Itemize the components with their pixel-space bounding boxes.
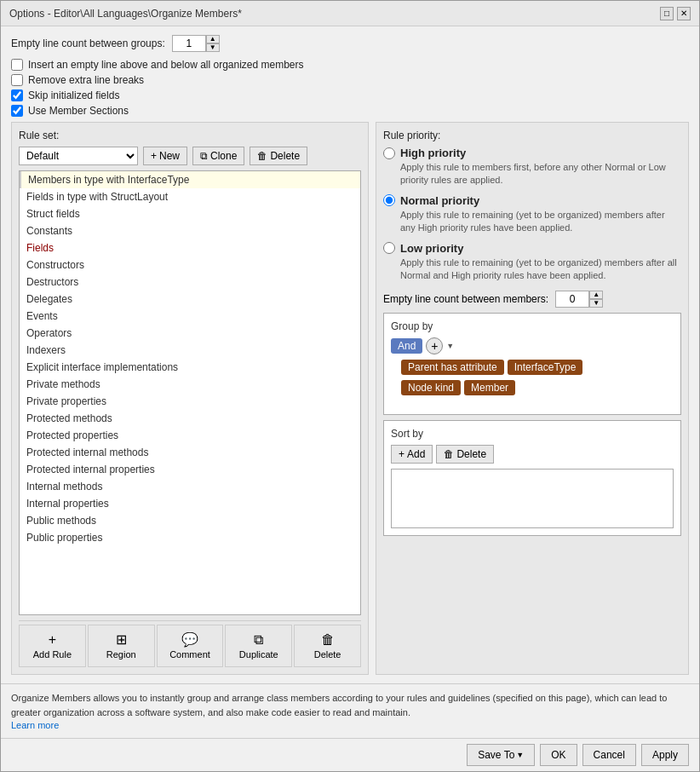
node-kind-tag[interactable]: Node kind <box>401 380 461 395</box>
list-item[interactable]: Public properties <box>20 529 360 546</box>
plus-icon: + <box>151 150 157 162</box>
members-count-row: Empty line count between members: ▲ ▼ <box>383 291 681 308</box>
skip-initialized-row: Skip initialized fields <box>11 89 689 101</box>
members-count-label: Empty line count between members: <box>383 293 548 305</box>
dropdown-arrow-icon[interactable]: ▼ <box>446 342 454 350</box>
high-priority-row: High priority <box>383 147 681 159</box>
list-item[interactable]: Destructors <box>20 274 360 291</box>
delete-button[interactable]: 🗑 Delete <box>250 147 307 165</box>
list-item[interactable]: Indexers <box>20 342 360 359</box>
ruleset-select[interactable]: Default <box>19 147 138 165</box>
sort-by-label: Sort by <box>391 428 674 440</box>
empty-line-input[interactable] <box>172 35 206 52</box>
bottom-toolbar: +Add Rule⊞Region💬Comment⧉Duplicate🗑Delet… <box>19 620 361 667</box>
action-bar: Save To ▼ OK Cancel Apply <box>1 738 699 771</box>
list-item[interactable]: Constructors <box>20 256 360 274</box>
member-tag[interactable]: Member <box>464 380 515 395</box>
duplicate-bottom-button[interactable]: ⧉Duplicate <box>225 625 292 667</box>
interface-type-tag[interactable]: InterfaceType <box>508 360 583 375</box>
apply-button[interactable]: Apply <box>641 744 689 766</box>
rule-priority-label: Rule priority: <box>383 130 681 141</box>
list-item[interactable]: Protected internal methods <box>20 444 360 461</box>
use-member-sections-row: Use Member Sections <box>11 105 689 117</box>
list-item[interactable]: Protected internal properties <box>20 461 360 478</box>
list-item[interactable]: Constants <box>20 222 360 239</box>
duplicate-label: Duplicate <box>239 649 278 660</box>
ok-button[interactable]: OK <box>540 744 577 766</box>
list-item[interactable]: Public methods <box>20 512 360 529</box>
use-member-sections-label: Use Member Sections <box>28 105 129 117</box>
region-bottom-button[interactable]: ⊞Region <box>88 625 155 667</box>
members-count-spinbox-buttons: ▲ ▼ <box>589 291 603 308</box>
comment-bottom-button[interactable]: 💬Comment <box>157 625 224 667</box>
members-spinbox-up[interactable]: ▲ <box>589 291 603 299</box>
delete-label: Delete <box>314 649 341 660</box>
use-member-sections-checkbox[interactable] <box>11 105 23 117</box>
normal-priority-option: Normal priority Apply this rule to remai… <box>383 194 681 235</box>
skip-initialized-checkbox[interactable] <box>11 89 23 101</box>
list-item[interactable]: Members in type with InterfaceType <box>20 171 360 188</box>
sort-delete-button[interactable]: 🗑 Delete <box>436 445 494 464</box>
low-priority-radio[interactable] <box>383 242 395 254</box>
and-tag[interactable]: And <box>391 338 422 354</box>
minimize-button[interactable]: □ <box>660 7 674 20</box>
high-priority-option: High priority Apply this rule to members… <box>383 147 681 187</box>
sort-toolbar: + Add 🗑 Delete <box>391 445 674 464</box>
low-priority-option: Low priority Apply this rule to remainin… <box>383 242 681 283</box>
members-count-input[interactable] <box>555 291 589 308</box>
duplicate-icon: ⧉ <box>254 633 263 647</box>
empty-line-count-label: Empty line count between groups: <box>11 37 165 49</box>
list-item[interactable]: Fields in type with StructLayout <box>20 188 360 205</box>
delete-bottom-button[interactable]: 🗑Delete <box>294 625 361 667</box>
normal-priority-row: Normal priority <box>383 194 681 207</box>
learn-more-link[interactable]: Learn more <box>11 720 59 730</box>
close-button[interactable]: ✕ <box>677 7 691 20</box>
normal-priority-label: Normal priority <box>400 194 479 207</box>
clone-button[interactable]: ⧉ Clone <box>192 147 244 165</box>
members-spinbox-down[interactable]: ▼ <box>589 299 603 308</box>
sort-delete-icon: 🗑 <box>444 448 454 460</box>
low-priority-row: Low priority <box>383 242 681 255</box>
ruleset-label: Rule set: <box>19 130 361 141</box>
normal-priority-radio[interactable] <box>383 194 395 206</box>
sort-add-button[interactable]: + Add <box>391 445 433 464</box>
remove-extra-label: Remove extra line breaks <box>28 74 144 86</box>
delete-label: Delete <box>270 150 300 162</box>
sort-delete-label: Delete <box>456 448 486 460</box>
insert-empty-line-row: Insert an empty line above and below all… <box>11 59 689 71</box>
list-item[interactable]: Delegates <box>20 291 360 308</box>
cancel-button[interactable]: Cancel <box>582 744 636 766</box>
new-button[interactable]: + New <box>143 147 187 165</box>
spinbox-down[interactable]: ▼ <box>206 43 220 52</box>
list-item[interactable]: Struct fields <box>20 205 360 222</box>
members-count-spinbox[interactable]: ▲ ▼ <box>555 291 603 308</box>
rule-list[interactable]: Members in type with InterfaceTypeFields… <box>19 170 361 615</box>
list-item[interactable]: Internal properties <box>20 495 360 512</box>
save-to-arrow-icon: ▼ <box>516 751 524 759</box>
list-item[interactable]: Events <box>20 308 360 325</box>
remove-extra-checkbox[interactable] <box>11 74 23 86</box>
spinbox-up[interactable]: ▲ <box>206 35 220 43</box>
empty-line-spinbox[interactable]: ▲ ▼ <box>172 35 220 52</box>
list-item[interactable]: Private properties <box>20 393 360 410</box>
list-item[interactable]: Operators <box>20 325 360 342</box>
list-item[interactable]: Protected properties <box>20 427 360 444</box>
list-item[interactable]: Internal methods <box>20 478 360 495</box>
and-row: And + ▼ <box>391 337 674 354</box>
add-condition-button[interactable]: + <box>426 337 443 354</box>
list-item[interactable]: Explicit interface implementations <box>20 359 360 376</box>
list-item[interactable]: Private methods <box>20 376 360 393</box>
parent-has-attribute-tag[interactable]: Parent has attribute <box>401 360 504 375</box>
insert-empty-line-checkbox[interactable] <box>11 59 23 71</box>
insert-empty-line-label: Insert an empty line above and below all… <box>28 59 304 71</box>
list-item[interactable]: Protected methods <box>20 410 360 427</box>
save-to-button[interactable]: Save To ▼ <box>467 744 535 766</box>
sort-add-label: Add <box>407 448 425 460</box>
add-rule-bottom-button[interactable]: +Add Rule <box>19 625 86 667</box>
region-icon: ⊞ <box>116 633 127 647</box>
list-item[interactable]: Fields <box>20 239 360 256</box>
main-panels: Rule set: Default + New ⧉ Clone 🗑 Delete <box>11 122 689 675</box>
footer-area: Organize Members allows you to instantly… <box>1 683 699 738</box>
high-priority-radio[interactable] <box>383 147 395 159</box>
remove-extra-row: Remove extra line breaks <box>11 74 689 86</box>
